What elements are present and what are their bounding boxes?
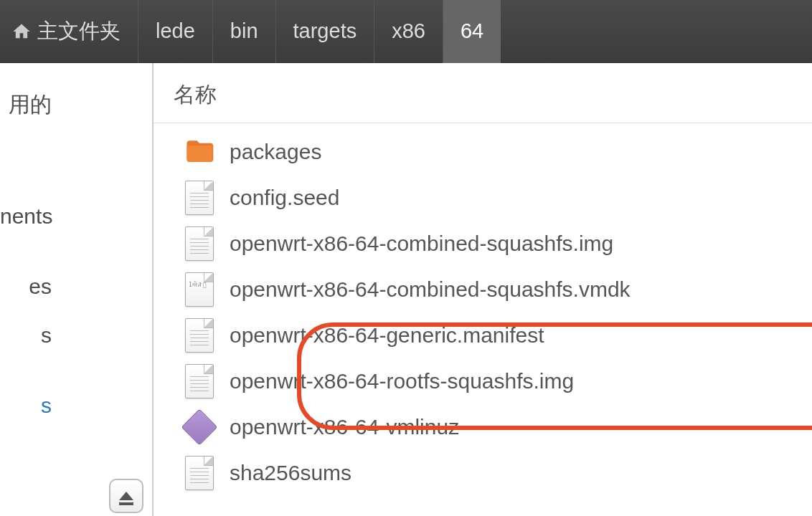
sidebar-item-recent[interactable]: 用的: [0, 80, 152, 130]
list-item[interactable]: packages: [154, 129, 812, 175]
text-file-icon: [182, 181, 217, 215]
file-name: packages: [230, 140, 321, 164]
sidebar-item-pictures[interactable]: es: [0, 264, 152, 309]
file-name: openwrt-x86-64-generic.manifest: [230, 323, 544, 348]
sidebar-item-downloads[interactable]: s: [0, 383, 152, 428]
breadcrumb-item-64[interactable]: 64: [443, 0, 501, 63]
breadcrumb-item-targets[interactable]: targets: [276, 0, 375, 63]
breadcrumb-item-bin[interactable]: bin: [213, 0, 276, 63]
sidebar-item-label: nents: [0, 204, 52, 228]
file-list: packages config.seed openwrt-x86-64-comb…: [154, 123, 812, 496]
list-item[interactable]: openwrt-x86-64-vmlinuz: [154, 404, 812, 450]
sidebar-item-label: s: [41, 323, 52, 347]
eject-icon: [119, 492, 133, 500]
column-header-name[interactable]: 名称: [154, 80, 812, 123]
breadcrumb-label: bin: [230, 19, 258, 43]
content-pane: 名称 packages config.seed: [154, 63, 812, 516]
list-item[interactable]: openwrt-x86-64-generic.manifest: [154, 312, 812, 358]
file-name: openwrt-x86-64-combined-squashfs.img: [230, 231, 613, 256]
file-name: openwrt-x86-64-combined-squashfs.vmdk: [230, 277, 631, 302]
sidebar-item-label: 用的: [9, 92, 52, 116]
sidebar-item-documents[interactable]: nents: [0, 194, 152, 239]
list-item[interactable]: config.seed: [154, 175, 812, 221]
folder-icon: [182, 135, 217, 169]
list-item[interactable]: sha256sums: [154, 450, 812, 496]
text-file-icon: [182, 226, 217, 261]
text-file-icon: [182, 318, 217, 353]
breadcrumb-label: 64: [461, 19, 483, 43]
binary-file-icon: [182, 272, 217, 307]
sidebar-item-label: s: [41, 393, 52, 417]
list-item[interactable]: openwrt-x86-64-combined-squashfs.img: [154, 221, 812, 267]
file-name: openwrt-x86-64-vmlinuz: [230, 415, 459, 439]
text-file-icon: [182, 364, 217, 398]
text-file-icon: [182, 456, 217, 490]
breadcrumb-bar: 主文件夹 lede bin targets x86 64: [0, 0, 812, 63]
eject-button[interactable]: [109, 479, 143, 513]
breadcrumb-item-lede[interactable]: lede: [138, 0, 213, 63]
file-name: config.seed: [230, 186, 339, 210]
breadcrumb-home-label: 主文件夹: [37, 17, 121, 46]
breadcrumb-home[interactable]: 主文件夹: [0, 0, 138, 63]
executable-icon: [182, 410, 217, 444]
sidebar-item-videos[interactable]: s: [0, 313, 152, 358]
list-item[interactable]: openwrt-x86-64-rootfs-squashfs.img: [154, 358, 812, 404]
breadcrumb-label: lede: [156, 19, 195, 43]
sidebar-item-label: es: [29, 274, 52, 298]
breadcrumb-item-x86[interactable]: x86: [374, 0, 443, 63]
main-area: 用的 nents es s s 名称: [0, 63, 812, 516]
file-name: openwrt-x86-64-rootfs-squashfs.img: [230, 369, 574, 393]
breadcrumb-label: targets: [293, 19, 357, 43]
breadcrumb-label: x86: [392, 19, 425, 43]
home-icon: [11, 22, 32, 42]
list-item[interactable]: openwrt-x86-64-combined-squashfs.vmdk: [154, 267, 812, 312]
sidebar: 用的 nents es s s: [0, 63, 154, 516]
file-name: sha256sums: [230, 461, 351, 485]
